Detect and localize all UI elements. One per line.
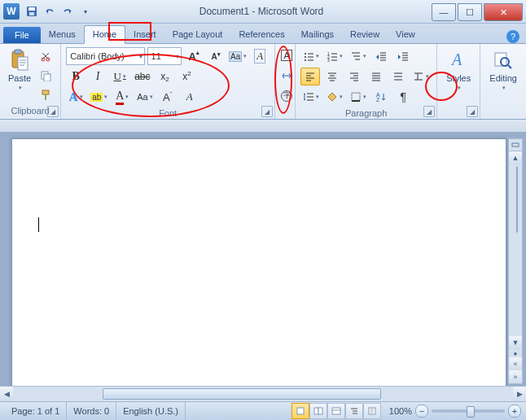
align-left-button[interactable]: [300, 68, 320, 85]
view-outline-button[interactable]: [345, 403, 363, 419]
change-case-button[interactable]: Aa▾: [228, 47, 248, 65]
increase-indent-button[interactable]: [393, 47, 413, 65]
scroll-down-icon[interactable]: ▼: [509, 336, 522, 349]
paste-button[interactable]: Paste ▾: [5, 47, 34, 104]
close-button[interactable]: ✕: [484, 3, 523, 21]
undo-icon[interactable]: [42, 4, 57, 19]
zoom-out-button[interactable]: −: [415, 405, 428, 418]
numbering-button[interactable]: 123▾: [324, 47, 345, 65]
redo-icon[interactable]: [60, 4, 75, 19]
character-border-button[interactable]: A: [277, 47, 296, 64]
status-words[interactable]: Words: 0: [67, 402, 116, 420]
ribbon: Paste ▾ Clipboard ◢ Calibri (Body)▾ 11▾ …: [0, 44, 526, 120]
scroll-right-icon[interactable]: ▶: [513, 387, 526, 401]
format-painter-button[interactable]: [36, 86, 55, 104]
minimize-button[interactable]: —: [432, 3, 456, 21]
hscroll-thumb[interactable]: [103, 388, 381, 400]
scroll-thumb[interactable]: [516, 166, 518, 233]
svg-rect-10: [42, 90, 49, 94]
ruler-toggle-button[interactable]: [509, 139, 522, 151]
tab-view[interactable]: View: [388, 26, 423, 43]
zoom-in-button[interactable]: +: [508, 405, 521, 418]
justify-button[interactable]: [366, 68, 386, 85]
font-family-combo[interactable]: Calibri (Body)▾: [66, 47, 144, 65]
clipboard-dialog-launcher[interactable]: ◢: [47, 106, 59, 117]
phonetic-guide-button[interactable]: A: [180, 88, 199, 106]
font-family-value: Calibri (Body): [70, 51, 125, 61]
grow-font-button[interactable]: A▴: [184, 47, 204, 65]
font-color-button[interactable]: A▾: [112, 88, 132, 106]
svg-text:Z: Z: [376, 97, 380, 103]
tab-insert[interactable]: Insert: [125, 26, 164, 43]
chevron-down-icon: ▾: [19, 85, 22, 91]
shading-button[interactable]: ▾: [324, 88, 345, 106]
cut-button[interactable]: [36, 47, 55, 65]
decrease-indent-button[interactable]: [371, 47, 391, 65]
asian-layout-button[interactable]: ▾: [410, 68, 432, 85]
view-web-layout-button[interactable]: [327, 403, 345, 419]
font-dialog-launcher[interactable]: ◢: [261, 106, 273, 117]
help-icon[interactable]: ?: [506, 30, 519, 43]
tab-review[interactable]: Review: [342, 26, 388, 43]
subscript-button[interactable]: x2: [156, 68, 175, 85]
svg-rect-1: [28, 7, 35, 11]
zoom-level[interactable]: 100%: [389, 406, 412, 416]
underline-button[interactable]: U▾: [110, 68, 129, 85]
tab-file[interactable]: File: [3, 27, 41, 43]
app-icon[interactable]: W: [3, 3, 20, 20]
status-page[interactable]: Page: 1 of 1: [5, 402, 67, 420]
fit-text-button[interactable]: [277, 68, 296, 85]
tab-home[interactable]: Home: [84, 25, 125, 44]
italic-button[interactable]: I: [88, 68, 107, 85]
vertical-scrollbar[interactable]: ▲ ▼ ● « »: [508, 138, 523, 384]
zoom-slider-knob[interactable]: [467, 406, 475, 418]
window-title: Document1 - Microsoft Word: [93, 6, 430, 17]
align-center-button[interactable]: [322, 68, 342, 85]
view-print-layout-button[interactable]: [291, 403, 309, 419]
strikethrough-button[interactable]: abc: [132, 68, 152, 85]
hscroll-track[interactable]: [13, 387, 513, 401]
text-effects-button[interactable]: A▾: [66, 88, 85, 106]
multilevel-list-button[interactable]: ▾: [348, 47, 369, 65]
qat-customize-icon[interactable]: ▾: [78, 4, 93, 19]
scroll-up-icon[interactable]: ▲: [509, 151, 522, 164]
bold-button[interactable]: B: [66, 68, 85, 85]
align-right-button[interactable]: [344, 68, 364, 85]
maximize-button[interactable]: ☐: [458, 3, 482, 21]
copy-button[interactable]: [36, 67, 55, 85]
superscript-button[interactable]: x2: [178, 68, 197, 85]
bullets-button[interactable]: ▾: [300, 47, 322, 65]
svg-rect-26: [314, 408, 318, 414]
highlight-button[interactable]: ab▾: [88, 88, 110, 106]
enclose-button[interactable]: 字: [277, 87, 296, 104]
view-draft-button[interactable]: [363, 403, 381, 419]
prev-page-icon[interactable]: «: [509, 357, 522, 370]
tab-page-layout[interactable]: Page Layout: [164, 26, 231, 43]
enclose-characters-button[interactable]: Aˆ: [158, 88, 178, 106]
line-spacing-button[interactable]: ▾: [300, 88, 322, 106]
zoom-slider[interactable]: [432, 409, 505, 413]
sort-button[interactable]: AZ: [371, 88, 391, 106]
document-page[interactable]: [11, 138, 506, 387]
view-full-screen-button[interactable]: [309, 403, 327, 419]
save-icon[interactable]: [24, 4, 39, 19]
tab-menus[interactable]: Menus: [41, 26, 84, 43]
borders-button[interactable]: ▾: [348, 88, 369, 106]
styles-dialog-launcher[interactable]: ◢: [467, 106, 478, 117]
paragraph-dialog-launcher[interactable]: ◢: [423, 106, 435, 117]
scroll-left-icon[interactable]: ◀: [0, 387, 13, 401]
status-language[interactable]: English (U.S.): [116, 402, 186, 420]
editing-button[interactable]: Editing ▾: [485, 47, 521, 93]
character-shading-button[interactable]: Aa▾: [134, 88, 155, 106]
browse-object-icon[interactable]: ●: [509, 349, 522, 357]
tab-mailings[interactable]: Mailings: [293, 26, 342, 43]
clear-formatting-button[interactable]: A: [250, 47, 270, 65]
styles-button[interactable]: A Styles ▾: [442, 47, 475, 93]
horizontal-scrollbar[interactable]: ◀ ▶: [0, 386, 526, 402]
shrink-font-button[interactable]: A▾: [206, 47, 226, 65]
distributed-button[interactable]: [388, 68, 408, 85]
tab-references[interactable]: References: [230, 26, 292, 43]
show-hide-button[interactable]: ¶: [393, 88, 413, 106]
next-page-icon[interactable]: »: [509, 370, 522, 383]
font-size-combo[interactable]: 11▾: [147, 47, 182, 65]
